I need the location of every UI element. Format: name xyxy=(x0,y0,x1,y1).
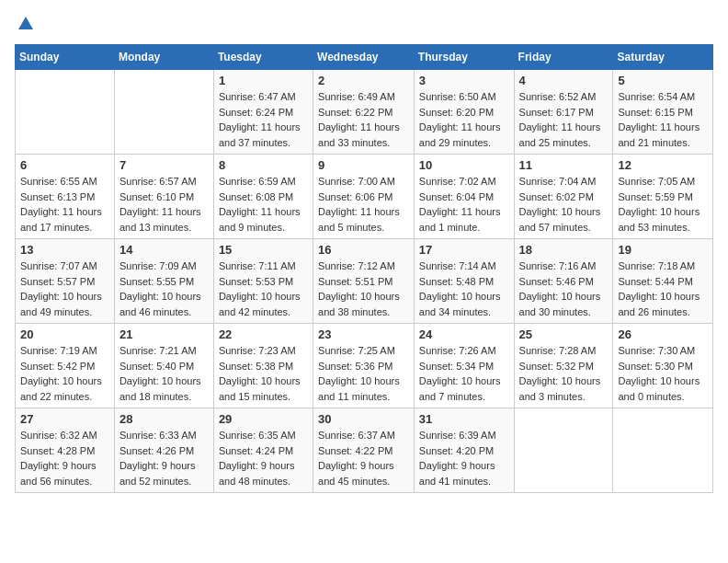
day-cell-8: 8Sunrise: 6:59 AMSunset: 6:08 PMDaylight… xyxy=(213,155,313,239)
daylight-text: Daylight: 10 hours and 26 minutes. xyxy=(618,289,708,319)
sunset-text: Sunset: 5:40 PM xyxy=(119,359,209,374)
day-cell-15: 15Sunrise: 7:11 AMSunset: 5:53 PMDayligh… xyxy=(213,239,313,324)
sunrise-text: Sunrise: 6:35 AM xyxy=(219,428,308,443)
day-number: 2 xyxy=(318,74,409,87)
sunrise-text: Sunrise: 7:18 AM xyxy=(618,259,708,274)
day-info: Sunrise: 6:47 AMSunset: 6:24 PMDaylight:… xyxy=(219,89,308,150)
day-info: Sunrise: 6:39 AMSunset: 4:20 PMDaylight:… xyxy=(419,428,509,488)
day-cell-30: 30Sunrise: 6:37 AMSunset: 4:22 PMDayligh… xyxy=(313,408,415,493)
day-info: Sunrise: 6:37 AMSunset: 4:22 PMDaylight:… xyxy=(318,428,409,488)
daylight-text: Daylight: 10 hours and 18 minutes. xyxy=(119,373,209,404)
sunrise-text: Sunrise: 7:14 AM xyxy=(419,259,509,274)
sunrise-text: Sunrise: 7:11 AM xyxy=(219,259,308,274)
sunrise-text: Sunrise: 7:02 AM xyxy=(419,174,509,190)
day-number: 1 xyxy=(219,74,308,87)
sunset-text: Sunset: 6:15 PM xyxy=(618,105,708,121)
day-number: 4 xyxy=(519,74,609,87)
day-info: Sunrise: 7:21 AMSunset: 5:40 PMDaylight:… xyxy=(119,343,209,404)
day-cell-14: 14Sunrise: 7:09 AMSunset: 5:55 PMDayligh… xyxy=(114,239,213,324)
day-info: Sunrise: 6:59 AMSunset: 6:08 PMDaylight:… xyxy=(219,174,308,235)
daylight-text: Daylight: 11 hours and 37 minutes. xyxy=(219,120,308,150)
daylight-text: Daylight: 10 hours and 7 minutes. xyxy=(419,373,509,404)
daylight-text: Daylight: 10 hours and 3 minutes. xyxy=(519,373,609,404)
day-number: 12 xyxy=(618,158,708,172)
sunset-text: Sunset: 5:57 PM xyxy=(20,274,109,290)
weekday-header-sunday: Sunday xyxy=(16,45,115,70)
weekday-header-wednesday: Wednesday xyxy=(313,45,415,70)
day-cell-24: 24Sunrise: 7:26 AMSunset: 5:34 PMDayligh… xyxy=(414,324,514,408)
sunrise-text: Sunrise: 6:49 AM xyxy=(318,89,409,105)
sunset-text: Sunset: 5:48 PM xyxy=(419,274,509,290)
day-info: Sunrise: 7:11 AMSunset: 5:53 PMDaylight:… xyxy=(219,259,308,319)
day-number: 5 xyxy=(618,74,708,87)
sunrise-text: Sunrise: 6:39 AM xyxy=(419,428,509,443)
sunset-text: Sunset: 6:06 PM xyxy=(318,190,409,205)
day-cell-6: 6Sunrise: 6:55 AMSunset: 6:13 PMDaylight… xyxy=(16,155,115,239)
sunrise-text: Sunrise: 7:16 AM xyxy=(519,259,609,274)
day-number: 9 xyxy=(318,158,409,172)
sunset-text: Sunset: 6:20 PM xyxy=(419,105,509,121)
sunset-text: Sunset: 6:08 PM xyxy=(219,190,308,205)
day-info: Sunrise: 7:16 AMSunset: 5:46 PMDaylight:… xyxy=(519,259,609,319)
sunrise-text: Sunrise: 6:59 AM xyxy=(219,174,308,190)
sunset-text: Sunset: 4:26 PM xyxy=(119,443,209,459)
daylight-text: Daylight: 10 hours and 46 minutes. xyxy=(119,289,209,319)
day-cell-23: 23Sunrise: 7:25 AMSunset: 5:36 PMDayligh… xyxy=(313,324,415,408)
day-cell-7: 7Sunrise: 6:57 AMSunset: 6:10 PMDaylight… xyxy=(114,155,213,239)
day-info: Sunrise: 6:50 AMSunset: 6:20 PMDaylight:… xyxy=(419,89,509,150)
sunrise-text: Sunrise: 6:57 AM xyxy=(119,174,209,190)
sunset-text: Sunset: 6:10 PM xyxy=(119,190,209,205)
week-row-5: 27Sunrise: 6:32 AMSunset: 4:28 PMDayligh… xyxy=(16,408,713,493)
sunrise-text: Sunrise: 7:19 AM xyxy=(20,343,109,359)
sunrise-text: Sunrise: 7:25 AM xyxy=(318,343,409,359)
day-info: Sunrise: 7:05 AMSunset: 5:59 PMDaylight:… xyxy=(618,174,708,235)
sunrise-text: Sunrise: 7:30 AM xyxy=(618,343,708,359)
day-cell-9: 9Sunrise: 7:00 AMSunset: 6:06 PMDaylight… xyxy=(313,155,415,239)
day-info: Sunrise: 7:04 AMSunset: 6:02 PMDaylight:… xyxy=(519,174,609,235)
day-cell-11: 11Sunrise: 7:04 AMSunset: 6:02 PMDayligh… xyxy=(514,155,613,239)
daylight-text: Daylight: 9 hours and 48 minutes. xyxy=(219,458,308,488)
day-cell-27: 27Sunrise: 6:32 AMSunset: 4:28 PMDayligh… xyxy=(16,408,115,493)
day-cell-16: 16Sunrise: 7:12 AMSunset: 5:51 PMDayligh… xyxy=(313,239,415,324)
day-number: 7 xyxy=(119,158,209,172)
sunset-text: Sunset: 5:55 PM xyxy=(119,274,209,290)
day-cell-4: 4Sunrise: 6:52 AMSunset: 6:17 PMDaylight… xyxy=(514,70,613,155)
sunset-text: Sunset: 6:24 PM xyxy=(219,105,308,121)
day-info: Sunrise: 7:19 AMSunset: 5:42 PMDaylight:… xyxy=(20,343,109,404)
sunset-text: Sunset: 5:30 PM xyxy=(618,359,708,374)
day-number: 27 xyxy=(20,412,109,426)
daylight-text: Daylight: 11 hours and 29 minutes. xyxy=(419,120,509,150)
empty-cell xyxy=(613,408,713,493)
day-number: 22 xyxy=(219,327,308,341)
daylight-text: Daylight: 10 hours and 38 minutes. xyxy=(318,289,409,319)
day-number: 30 xyxy=(318,412,409,426)
day-cell-12: 12Sunrise: 7:05 AMSunset: 5:59 PMDayligh… xyxy=(613,155,713,239)
day-cell-19: 19Sunrise: 7:18 AMSunset: 5:44 PMDayligh… xyxy=(613,239,713,324)
daylight-text: Daylight: 10 hours and 34 minutes. xyxy=(419,289,509,319)
daylight-text: Daylight: 10 hours and 15 minutes. xyxy=(219,373,308,404)
day-number: 11 xyxy=(519,158,609,172)
sunset-text: Sunset: 4:28 PM xyxy=(20,443,109,459)
day-cell-25: 25Sunrise: 7:28 AMSunset: 5:32 PMDayligh… xyxy=(514,324,613,408)
day-number: 16 xyxy=(318,243,409,257)
day-cell-22: 22Sunrise: 7:23 AMSunset: 5:38 PMDayligh… xyxy=(213,324,313,408)
day-info: Sunrise: 7:30 AMSunset: 5:30 PMDaylight:… xyxy=(618,343,708,404)
day-info: Sunrise: 7:25 AMSunset: 5:36 PMDaylight:… xyxy=(318,343,409,404)
weekday-header-monday: Monday xyxy=(114,45,213,70)
weekday-header-friday: Friday xyxy=(514,45,613,70)
sunrise-text: Sunrise: 6:33 AM xyxy=(119,428,209,443)
sunrise-text: Sunrise: 7:00 AM xyxy=(318,174,409,190)
day-info: Sunrise: 7:14 AMSunset: 5:48 PMDaylight:… xyxy=(419,259,509,319)
week-row-1: 1Sunrise: 6:47 AMSunset: 6:24 PMDaylight… xyxy=(16,70,713,155)
day-number: 6 xyxy=(20,158,109,172)
daylight-text: Daylight: 9 hours and 45 minutes. xyxy=(318,458,409,488)
sunrise-text: Sunrise: 6:47 AM xyxy=(219,89,308,105)
sunrise-text: Sunrise: 7:23 AM xyxy=(219,343,308,359)
sunrise-text: Sunrise: 7:12 AM xyxy=(318,259,409,274)
sunset-text: Sunset: 4:22 PM xyxy=(318,443,409,459)
day-cell-5: 5Sunrise: 6:54 AMSunset: 6:15 PMDaylight… xyxy=(613,70,713,155)
day-number: 15 xyxy=(219,243,308,257)
sunset-text: Sunset: 4:20 PM xyxy=(419,443,509,459)
sunset-text: Sunset: 6:17 PM xyxy=(519,105,609,121)
sunrise-text: Sunrise: 7:07 AM xyxy=(20,259,109,274)
